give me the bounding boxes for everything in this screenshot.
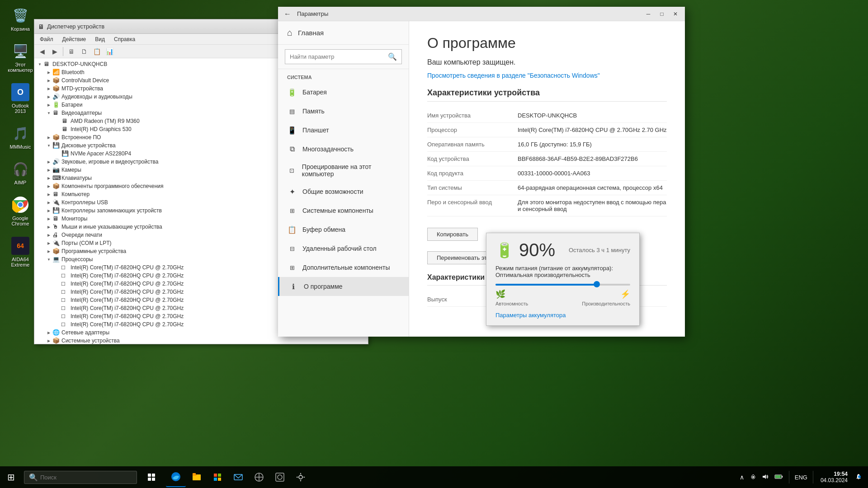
desktop-icon-aimp[interactable]: 🎧 AIMP	[5, 158, 36, 187]
battery-slider-thumb[interactable]	[594, 281, 600, 287]
tree-keyboards-label: Клавиатуры	[61, 175, 92, 181]
taskbar-app6[interactable]	[249, 467, 269, 487]
tree-monitors-icon: 🖥	[52, 215, 60, 222]
tray-volume-icon[interactable]	[760, 473, 770, 482]
tree-softdev-label: Программные устройства	[61, 248, 126, 254]
battery-power-icon: ⚡	[620, 289, 630, 299]
desktop-icon-this-pc[interactable]: 🖥️ Этот компьютер	[5, 40, 36, 75]
settings-nav-tablet[interactable]: 📱 Планшет	[278, 121, 409, 140]
battery-left-label: Автономность	[495, 301, 528, 306]
settings-nav-rdp[interactable]: ⊟ Удаленный рабочий стол	[278, 239, 409, 258]
system-type-value: 64-разрядная операционная система, проце…	[518, 181, 667, 195]
protection-link[interactable]: Просмотреть сведения в разделе "Безопасн…	[427, 72, 667, 79]
settings-nav-clipboard[interactable]: 📋 Буфер обмена	[278, 220, 409, 239]
tray-language[interactable]: ENG	[793, 473, 809, 482]
home-icon: ⌂	[287, 28, 292, 38]
taskbar-settings-app[interactable]	[291, 467, 311, 487]
battery-percent: 90%	[519, 240, 555, 260]
tree-softdev-icon: 📦	[52, 248, 60, 255]
battery-slider-track[interactable]	[495, 284, 630, 286]
tree-softdev-arrow: ▶	[45, 248, 52, 255]
battery-popup-header: 🔋 90% Осталось 3 ч 1 минуту	[495, 240, 630, 260]
desktop-icon-recycle-bin[interactable]: 🗑️ Корзина	[5, 5, 36, 33]
svg-rect-13	[218, 474, 221, 477]
settings-close[interactable]: ✕	[670, 9, 681, 19]
settings-search-input[interactable]	[290, 53, 384, 60]
outlook-icon: O	[11, 83, 29, 101]
svg-marker-23	[763, 474, 766, 479]
menu-view[interactable]: Вид	[91, 35, 108, 43]
settings-nav-components[interactable]: ⊞ Системные компоненты	[278, 201, 409, 220]
taskbar-mail[interactable]	[228, 467, 248, 487]
menu-help[interactable]: Справка	[110, 35, 139, 43]
settings-nav-battery[interactable]: 🔋 Батарея	[278, 83, 409, 102]
toolbar-computer[interactable]: 🖥	[66, 46, 77, 57]
desktop-icon-mmmusic[interactable]: 🎵 MMMusic	[5, 122, 36, 151]
copy-button[interactable]: Копировать	[427, 228, 478, 241]
taskbar-search-input[interactable]	[40, 474, 122, 481]
tree-print-label: Очереди печати	[61, 232, 102, 238]
taskbar-explorer[interactable]	[187, 467, 207, 487]
tree-cpu-2-icon: □	[61, 280, 69, 287]
tray-separator	[789, 471, 789, 483]
tree-cpu-1-icon: □	[61, 272, 69, 279]
task-view-button[interactable]	[142, 467, 161, 487]
toolbar-forward[interactable]: ▶	[49, 46, 61, 57]
toolbar-back[interactable]: ◀	[36, 46, 48, 57]
taskbar-store[interactable]	[208, 467, 227, 487]
battery-slider-container[interactable]: 🌿 ⚡ Автономность Производительность	[495, 284, 630, 306]
tree-sysdev[interactable]: ▶ 📦 Системные устройства	[45, 337, 366, 344]
tree-root-icon: 🖥	[43, 61, 51, 68]
tree-disks-arrow: ▼	[45, 142, 52, 149]
pen-row: Перо и сенсорный ввод Для этого монитора…	[427, 195, 667, 216]
pen-label: Перо и сенсорный ввод	[427, 195, 518, 216]
tray-network-icon[interactable]	[748, 473, 758, 482]
settings-nav-memory[interactable]: ▤ Память	[278, 102, 409, 121]
toolbar-chart[interactable]: 📊	[104, 46, 115, 57]
tray-clock[interactable]: 19:54 04.03.2024	[817, 470, 851, 484]
settings-back[interactable]: ←	[282, 9, 293, 19]
battery-settings-link[interactable]: Параметры аккумулятора	[495, 312, 630, 319]
this-pc-label: Этот компьютер	[6, 62, 34, 73]
tree-network-icon: 🌐	[52, 329, 60, 336]
settings-home-item[interactable]: ⌂ Главная	[278, 21, 409, 45]
tree-sound-icon: 🔊	[52, 158, 60, 165]
taskbar-edge[interactable]	[166, 467, 186, 487]
search-icon: 🔍	[388, 52, 397, 61]
desktop-icon-aida64[interactable]: 64 AIDA64 Extreme	[5, 235, 36, 269]
settings-section-header: Система	[278, 69, 409, 83]
taskbar-search[interactable]: 🔍	[24, 471, 137, 484]
tree-batteries-arrow: ▶	[45, 101, 52, 108]
tree-amd-label: AMD Radeon (TM) R9 M360	[71, 118, 140, 124]
tree-ports-label: Порты (COM и LPT)	[61, 240, 112, 246]
menu-action[interactable]: Действие	[59, 35, 90, 43]
tree-cpu-3-icon: □	[61, 288, 69, 296]
settings-maximize[interactable]: □	[656, 9, 668, 19]
tray-notification[interactable]	[854, 473, 863, 482]
settings-nav-about[interactable]: ℹ О программе	[278, 277, 409, 296]
tree-intel-gpu-arrow: ▶	[54, 126, 61, 133]
device-id-label: Код устройства	[427, 152, 518, 166]
menu-file[interactable]: Файл	[36, 35, 57, 43]
tree-nvme-label: NVMe Apacer AS2280P4	[71, 150, 131, 157]
tree-amd-arrow: ▶	[54, 117, 61, 125]
tree-batteries-label: Батареи	[61, 102, 82, 108]
toolbar-clipboard[interactable]: 📋	[91, 46, 103, 57]
toolbar-doc[interactable]: 🗋	[78, 46, 90, 57]
rdp-nav-icon: ⊟	[287, 244, 297, 253]
desktop-icon-chrome[interactable]: Google Chrome	[5, 194, 36, 228]
tray-battery-icon[interactable]	[773, 473, 785, 482]
tree-cpu-3-label: Intel(R) Core(TM) i7-6820HQ CPU @ 2.70GH…	[71, 289, 184, 295]
desktop-icon-outlook[interactable]: O Outlook 2013	[5, 81, 36, 116]
settings-nav-project[interactable]: ⊡ Проецирование на этот компьютер	[278, 159, 409, 182]
settings-nav-multitask[interactable]: ⧉ Многозадачность	[278, 140, 409, 159]
start-button[interactable]: ⊞	[0, 466, 22, 488]
settings-nav-optional[interactable]: ⊞ Дополнительные компоненты	[278, 258, 409, 277]
aimp-icon: 🎧	[11, 160, 29, 178]
tray-show-hidden[interactable]: ∧	[738, 473, 746, 482]
taskbar-app7[interactable]	[270, 467, 290, 487]
settings-minimize[interactable]: ─	[642, 9, 654, 19]
settings-search-box[interactable]: 🔍	[285, 49, 402, 64]
shared-nav-icon: ✦	[287, 187, 297, 197]
settings-nav-shared[interactable]: ✦ Общие возможности	[278, 182, 409, 201]
